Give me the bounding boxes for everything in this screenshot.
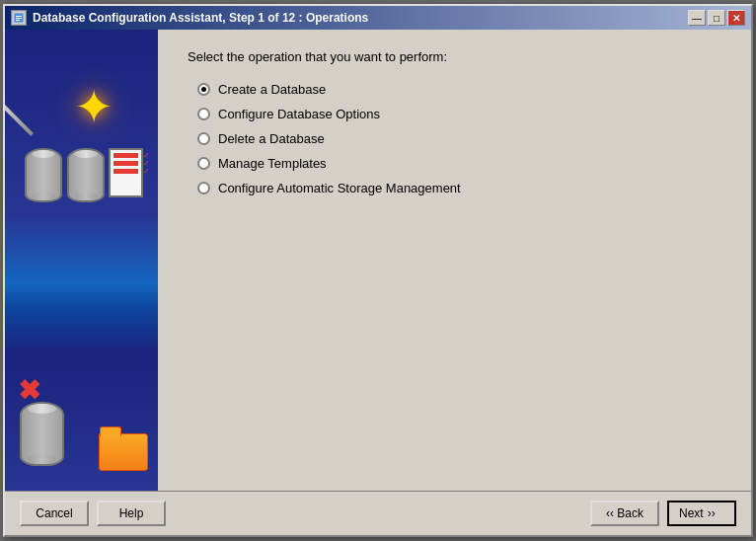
drums-top-icon: [25, 148, 105, 202]
bottom-left-buttons: Cancel Help: [20, 501, 166, 526]
next-button[interactable]: Next ››: [667, 501, 736, 526]
back-button[interactable]: ‹‹ Back: [590, 501, 659, 526]
radio-delete-label: Delete a Database: [218, 131, 325, 146]
title-bar: Database Configuration Assistant, Step 1…: [5, 6, 751, 30]
window-icon: [11, 10, 27, 26]
radio-delete[interactable]: [197, 132, 210, 145]
svg-rect-1: [16, 16, 22, 17]
title-buttons: — □ ✕: [688, 10, 745, 26]
bottom-right-buttons: ‹‹ Back Next ››: [590, 501, 736, 526]
drum-right-icon: [67, 148, 105, 202]
radio-item-create[interactable]: Create a Database: [197, 82, 721, 97]
cancel-button[interactable]: Cancel: [20, 501, 89, 526]
maximize-button[interactable]: □: [708, 10, 725, 26]
back-arrow-icon: ‹‹: [606, 506, 614, 520]
title-bar-left: Database Configuration Assistant, Step 1…: [11, 10, 368, 26]
close-button[interactable]: ✕: [727, 10, 745, 26]
radio-manage-label: Manage Templates: [218, 156, 327, 171]
radio-storage[interactable]: [197, 182, 210, 194]
radio-item-configure[interactable]: Configure Database Options: [197, 107, 721, 121]
wand-icon: [5, 85, 34, 136]
content-area: ✖: [5, 30, 751, 491]
radio-storage-label: Configure Automatic Storage Management: [218, 181, 461, 195]
minimize-button[interactable]: —: [688, 10, 706, 26]
main-window: Database Configuration Assistant, Step 1…: [3, 4, 753, 537]
operation-radio-group: Create a Database Configure Database Opt…: [197, 82, 721, 195]
checklist-icon: [109, 148, 143, 197]
radio-manage[interactable]: [197, 157, 210, 170]
folder-icon: [99, 433, 148, 471]
window-title: Database Configuration Assistant, Step 1…: [33, 11, 368, 25]
svg-rect-3: [16, 20, 20, 21]
drum-bottom-icon: [20, 402, 64, 466]
instruction-text: Select the operation that you want to pe…: [188, 49, 721, 64]
checklist-line-3: [113, 169, 138, 174]
next-label: Next: [679, 506, 704, 520]
illustration-top: [15, 49, 148, 217]
right-panel: Select the operation that you want to pe…: [158, 30, 751, 491]
radio-create-label: Create a Database: [218, 82, 326, 97]
back-label: Back: [617, 506, 643, 520]
radio-item-delete[interactable]: Delete a Database: [197, 131, 721, 146]
illustration-panel: ✖: [5, 30, 158, 491]
radio-create[interactable]: [197, 83, 210, 96]
illustration-bottom: ✖: [10, 318, 153, 476]
checklist-line-1: [113, 153, 138, 158]
help-button[interactable]: Help: [97, 501, 166, 526]
checklist-line-2: [113, 161, 138, 166]
radio-configure[interactable]: [197, 108, 210, 120]
next-arrow-icon: ››: [708, 506, 716, 520]
drum-left-icon: [25, 148, 62, 202]
radio-item-manage[interactable]: Manage Templates: [197, 156, 721, 171]
radio-item-storage[interactable]: Configure Automatic Storage Management: [197, 181, 721, 195]
svg-rect-2: [16, 18, 22, 19]
radio-configure-label: Configure Database Options: [218, 107, 380, 121]
starburst-icon: [74, 79, 133, 138]
bottom-bar: Cancel Help ‹‹ Back Next ››: [5, 491, 751, 535]
